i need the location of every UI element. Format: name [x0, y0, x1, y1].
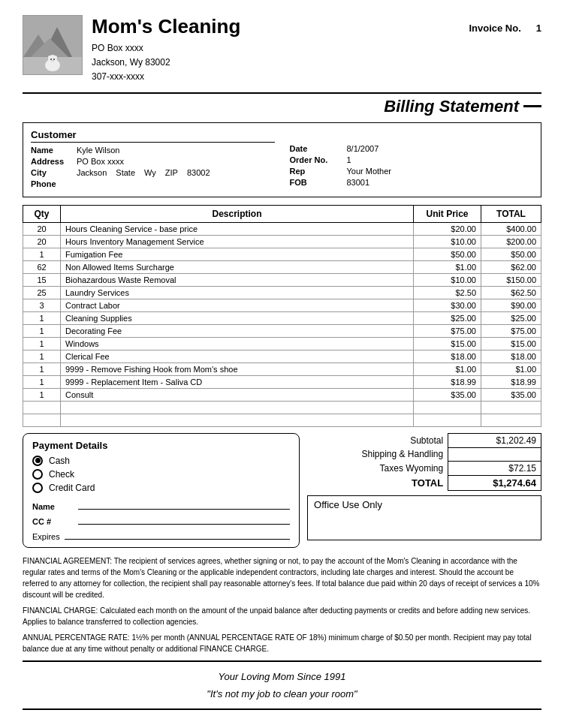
qty-header: Qty	[23, 205, 61, 222]
financial-agreement: FINANCIAL AGREEMENT: The recipient of se…	[23, 555, 541, 600]
total-value: $1,274.64	[448, 475, 541, 490]
cash-radio[interactable]	[32, 456, 43, 466]
payment-option-cash[interactable]: Cash	[32, 456, 290, 466]
company-header-left: Mom's Cleaning PO Box xxxx Jackson, Wy 8…	[23, 15, 240, 85]
payment-option-check[interactable]: Check	[32, 469, 290, 480]
shipping-row: Shipping & Handling	[307, 447, 541, 461]
rep-row: Rep Your Mother	[290, 167, 534, 176]
table-row: 1 Fumigation Fee $50.00 $50.00	[23, 248, 541, 260]
zip-label: ZIP	[165, 168, 178, 177]
row-unit-price: $30.00	[414, 299, 481, 311]
desc-header: Description	[61, 205, 414, 222]
row-qty: 1	[23, 350, 61, 362]
table-row: 1 Cleaning Supplies $25.00 $25.00	[23, 311, 541, 324]
cash-label: Cash	[49, 456, 70, 466]
state-value: Wy	[144, 168, 156, 177]
row-qty: 20	[23, 235, 61, 248]
row-desc: Hours Inventory Management Service	[61, 235, 414, 248]
row-desc: Windows	[61, 337, 414, 350]
company-logo	[23, 15, 83, 75]
row-desc: 9999 - Replacement Item - Saliva CD	[61, 375, 414, 388]
customer-name-value: Kyle Wilson	[77, 146, 275, 155]
row-total: $200.00	[481, 235, 541, 248]
office-use-box: Office Use Only	[307, 495, 541, 540]
cc-number-input[interactable]	[78, 514, 290, 525]
expires-input[interactable]	[65, 529, 290, 540]
cc-name-input[interactable]	[78, 499, 290, 510]
row-qty: 1	[23, 337, 61, 350]
company-address2: Jackson, Wy 83002	[92, 56, 240, 70]
total-label: TOTAL	[307, 475, 448, 490]
creditcard-radio[interactable]	[32, 483, 43, 493]
row-qty: 15	[23, 273, 61, 286]
row-unit-price: $25.00	[414, 311, 481, 324]
row-total: $35.00	[481, 388, 541, 401]
invoice-number: 1	[536, 23, 541, 34]
payment-details: Payment Details Cash Check Credit Card N…	[23, 433, 300, 548]
check-label: Check	[49, 469, 74, 480]
table-row: 15 Biohazardous Waste Removal $10.00 $15…	[23, 273, 541, 286]
row-desc: Cleaning Supplies	[61, 311, 414, 324]
date-value: 8/1/2007	[347, 144, 534, 153]
svg-point-7	[48, 56, 53, 59]
items-table: Qty Description Unit Price TOTAL 20 Hour…	[23, 205, 541, 427]
row-desc: Consult	[61, 388, 414, 401]
row-total: $75.00	[481, 324, 541, 337]
fob-value: 83001	[347, 178, 534, 187]
name-cc-area: Name CC # Expires	[32, 499, 290, 541]
financial-charge: FINANCIAL CHARGE: Calculated each month …	[23, 605, 541, 627]
row-unit-price: $50.00	[414, 248, 481, 260]
row-unit-price: $10.00	[414, 273, 481, 286]
taxes-label: Taxes Wyoming	[307, 461, 448, 475]
row-total: $62.50	[481, 286, 541, 299]
row-total: $15.00	[481, 337, 541, 350]
row-qty: 3	[23, 299, 61, 311]
table-row: 1 Windows $15.00 $15.00	[23, 337, 541, 350]
address-label: Address	[31, 157, 72, 166]
table-row: 1 Clerical Fee $18.00 $18.00	[23, 350, 541, 362]
row-total: $150.00	[481, 273, 541, 286]
invoice-label: Invoice No.	[469, 23, 520, 34]
taxes-row: Taxes Wyoming $72.15	[307, 461, 541, 475]
row-qty: 1	[23, 248, 61, 260]
svg-point-8	[53, 56, 57, 59]
svg-point-11	[51, 60, 54, 62]
row-unit-price: $15.00	[414, 337, 481, 350]
row-unit-price: $10.00	[414, 235, 481, 248]
company-phone: 307-xxx-xxxx	[92, 70, 240, 84]
row-qty: 1	[23, 362, 61, 375]
table-row: 3 Contract Labor $30.00 $90.00	[23, 299, 541, 311]
expires-label: Expires	[32, 532, 60, 541]
row-desc: 9999 - Remove Fishing Hook from Mom's sh…	[61, 362, 414, 375]
fob-label: FOB	[290, 178, 342, 187]
annual-percentage: ANNUAL PERCENTAGE RATE: 1½% per month (A…	[23, 632, 541, 654]
table-row: 20 Hours Cleaning Service - base price $…	[23, 222, 541, 235]
check-radio[interactable]	[32, 469, 43, 480]
creditcard-label: Credit Card	[49, 483, 95, 493]
row-total: $25.00	[481, 311, 541, 324]
fine-print: FINANCIAL AGREEMENT: The recipient of se…	[23, 555, 541, 654]
row-qty: 1	[23, 324, 61, 337]
fob-row: FOB 83001	[290, 178, 534, 187]
subtotal-value: $1,202.49	[448, 433, 541, 447]
row-desc: Laundry Services	[61, 286, 414, 299]
phone-label: Phone	[31, 179, 72, 188]
customer-address-row: Address PO Box xxxx	[31, 157, 275, 166]
cc-number-label: CC #	[32, 517, 74, 526]
row-qty: 20	[23, 222, 61, 235]
totals-area: Subtotal $1,202.49 Shipping & Handling T…	[307, 433, 541, 548]
company-name: Mom's Cleaning	[92, 15, 240, 38]
order-info: Date 8/1/2007 Order No. 1 Rep Your Mothe…	[290, 129, 534, 191]
row-total: $18.00	[481, 350, 541, 362]
table-row: 1 Consult $35.00 $35.00	[23, 388, 541, 401]
row-desc: Hours Cleaning Service - base price	[61, 222, 414, 235]
total-header: TOTAL	[481, 205, 541, 222]
row-unit-price: $18.99	[414, 375, 481, 388]
billing-title-line	[523, 105, 541, 107]
shipping-value	[448, 447, 541, 461]
row-unit-price: $20.00	[414, 222, 481, 235]
table-row-empty	[23, 401, 541, 414]
totals-table: Subtotal $1,202.49 Shipping & Handling T…	[307, 433, 541, 491]
row-qty: 1	[23, 311, 61, 324]
payment-option-creditcard[interactable]: Credit Card	[32, 483, 290, 493]
